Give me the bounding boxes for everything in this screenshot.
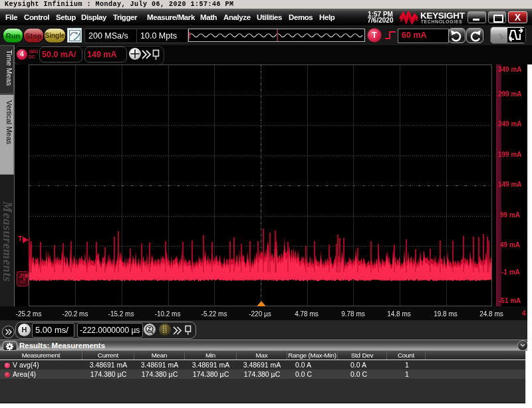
- svg-text:Z: Z: [148, 326, 151, 332]
